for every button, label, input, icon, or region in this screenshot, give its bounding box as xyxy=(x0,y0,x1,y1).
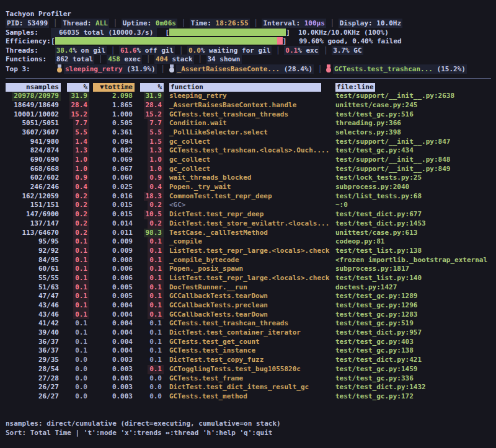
cell-pct-direct: 0.2 xyxy=(73,192,89,201)
cell-pct-cumulative: 0.1 xyxy=(148,319,164,328)
cell-file: test/test_gc.py:1459 xyxy=(335,365,417,373)
cell-pct-direct: 0.2 xyxy=(73,201,89,210)
cell-nsamples: 602/602 xyxy=(29,173,61,183)
cell-tottime: 0.016 xyxy=(110,192,135,201)
threads-label: Threads: xyxy=(6,46,51,56)
cell-pct-direct: 0.1 xyxy=(73,310,89,320)
cell-function: DictTest.test_dict_items_result_gc xyxy=(169,383,309,391)
cell-function: GCTests.test_get_count xyxy=(169,338,260,346)
separator xyxy=(6,78,491,79)
cell-file: subprocess.py:1817 xyxy=(335,265,409,273)
top3-label: Top 3: xyxy=(6,65,57,74)
threads-seg-off-gil: 61.6% off gil xyxy=(119,46,175,55)
cell-pct-cumulative: 0.1 xyxy=(148,265,164,274)
table-row: 824/8741.30.0821.3GCTests.test_trashcan.… xyxy=(6,146,496,156)
cell-pct-direct: 1.0 xyxy=(73,156,89,165)
cell-nsamples: 941/980 xyxy=(29,138,61,147)
table-row: 246/2460.40.0250.4Popen._try_waitsubproc… xyxy=(6,183,496,192)
footer-note: nsamples: direct/cumulative (direct=exec… xyxy=(6,419,496,429)
functions-seg-shown: 34 shown xyxy=(206,55,242,64)
cell-nsamples: 162/12059 xyxy=(20,192,61,201)
cell-pct-direct: 0.2 xyxy=(73,229,89,238)
cell-function: ListTest.test_repr_large.<locals>.check xyxy=(169,247,329,255)
table-row: 43/460.10.0040.1GCCallbackTests.tearDown… xyxy=(6,310,496,320)
cell-function: gc_collect xyxy=(169,165,210,173)
cell-nsamples: 29/35 xyxy=(37,356,61,365)
cell-function: _compile xyxy=(169,237,202,245)
cell-pct-cumulative: 18.3 xyxy=(144,192,164,201)
cell-pct-direct: 0.1 xyxy=(73,346,89,356)
cell-pct-direct: 0.1 xyxy=(73,247,89,256)
cell-nsamples: 39/40 xyxy=(37,328,61,338)
cell-pct-direct: 5.5 xyxy=(73,128,89,138)
cell-file: unittest/case.py:613 xyxy=(335,229,417,237)
col-header-tottime: ▼tottime xyxy=(93,83,135,92)
cell-pct-cumulative: 0.0 xyxy=(148,383,164,392)
functions-seg-stack: 404 stack xyxy=(154,55,194,64)
efficiency-line: Efficiency:[] 99.60% good, 0.40% failed xyxy=(6,37,496,46)
cell-function: GCTests.test_trashcan_threads xyxy=(169,110,288,118)
table-row: 137/1470.20.0140.2DictTest.test_store_ev… xyxy=(6,219,496,229)
table-row: 3607/36075.50.3615.5_PollLikeSelector.se… xyxy=(6,128,496,138)
table-header: nsamples % ▼tottime % function file:line xyxy=(6,83,496,92)
cell-pct-direct: 0.1 xyxy=(73,265,89,274)
cell-tottime: 0.004 xyxy=(110,328,135,338)
status-display: Display: 10.0Hz xyxy=(339,19,402,28)
cell-file: test/test_gc.py:516 xyxy=(335,110,414,118)
cell-pct-direct: 0.1 xyxy=(73,301,89,310)
threads-seg-GC: 3.7% GC xyxy=(332,46,363,55)
cell-pct-direct: 0.2 xyxy=(73,210,89,219)
cell-nsamples: 668/668 xyxy=(29,165,61,174)
cell-pct-cumulative: 0.9 xyxy=(148,173,164,183)
cell-tottime: 0.361 xyxy=(110,128,135,138)
efficiency-text: 99.60% good, 0.40% failed xyxy=(299,37,402,45)
cell-file: test/test_dict.py:957 xyxy=(335,328,422,336)
cell-nsamples: 84/95 xyxy=(37,256,61,265)
table-row: 162/120590.20.01618.3CommonTest.test_rep… xyxy=(6,192,496,201)
cell-pct-cumulative: 28.4 xyxy=(144,101,164,110)
cell-pct-cumulative: 0.1 xyxy=(148,256,164,265)
status-pid: PID: 53499 xyxy=(6,19,49,28)
cell-pct-cumulative: 1.0 xyxy=(148,156,164,165)
threads-seg-exc: 0.1% exc xyxy=(284,46,319,55)
functions-seg-exec: 458 exec xyxy=(107,55,142,64)
samples-rate: 10.0KHz/10.0KHz (100%) xyxy=(298,29,389,37)
cell-file: test/test_list.py:140 xyxy=(335,274,422,282)
cell-pct-direct: 0.0 xyxy=(73,356,89,365)
status-time: Time: 18:26:55 xyxy=(190,19,250,28)
cell-tottime: 0.060 xyxy=(110,173,135,183)
cell-nsamples: 55/55 xyxy=(37,274,61,283)
cell-file: test/support/__init__.py:847 xyxy=(335,138,450,146)
cell-pct-cumulative: 10.5 xyxy=(144,210,164,219)
table-row: 60/610.10.0060.1Popen._posix_spawnsubpro… xyxy=(6,265,496,274)
cell-file: subprocess.py:2040 xyxy=(335,183,409,191)
cell-function: GCTests.test_frame xyxy=(169,374,243,382)
cell-file: test/test_gc.py:519 xyxy=(335,319,414,327)
table-row: 18649/1864928.41.86528.4_AssertRaisesBas… xyxy=(6,101,496,110)
cell-pct-direct: 15.2 xyxy=(69,110,90,120)
table-row: 668/6681.00.0671.0gc_collecttest/support… xyxy=(6,165,496,174)
cell-file: test/test_gc.py:403 xyxy=(335,338,414,346)
cell-file: test/support/__init__.py:848 xyxy=(335,156,450,164)
cell-nsamples: 26/27 xyxy=(37,392,61,402)
cell-tottime: 0.009 xyxy=(110,237,135,247)
cell-pct-cumulative: 0.2 xyxy=(148,219,164,229)
table-row: 602/6020.90.0600.9wait_threads_blockedte… xyxy=(6,173,496,183)
cell-pct-direct: 0.1 xyxy=(73,256,89,265)
cell-nsamples: 147/6900 xyxy=(24,210,61,219)
cell-file: ~:0 xyxy=(335,201,348,209)
cell-pct-direct: 0.2 xyxy=(73,219,89,229)
cell-function: GCCallbackTests.tearDown xyxy=(169,310,268,318)
cell-pct-cumulative: 0.1 xyxy=(148,301,164,310)
table-row: 26/270.00.0030.0GCTests.test_methodtest/… xyxy=(6,392,496,402)
cell-nsamples: 60/61 xyxy=(37,265,61,274)
cell-function: GCTests.test_instance xyxy=(169,346,255,354)
cell-tottime: 0.006 xyxy=(110,274,135,283)
cell-tottime: 0.006 xyxy=(110,265,135,274)
cell-tottime: 0.505 xyxy=(110,119,135,128)
cell-function: wait_threads_blocked xyxy=(169,173,251,182)
status-bar: PID: 53499 │ Thread: ALL │ Uptime: 0m06s… xyxy=(6,19,496,29)
table-row: 43/460.10.0040.1GCCallbackTests.preclean… xyxy=(6,301,496,310)
cell-file: test/test_dict.py:677 xyxy=(335,210,422,218)
cell-nsamples: 36/37 xyxy=(37,338,61,347)
